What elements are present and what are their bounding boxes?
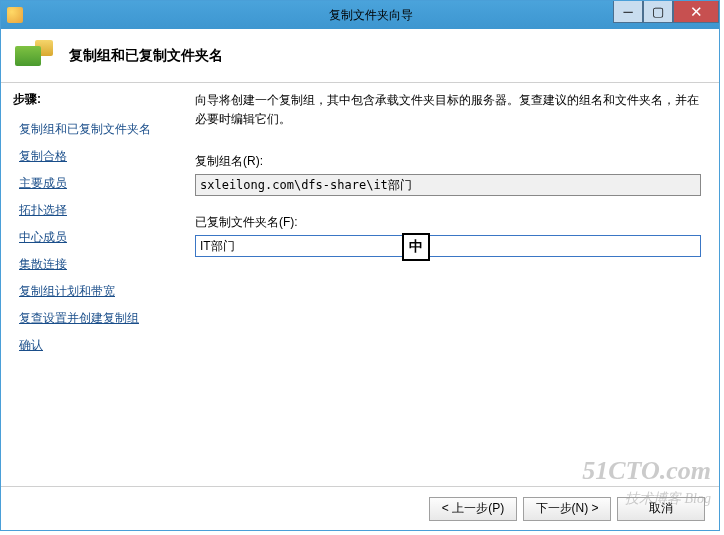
wizard-body: 步骤: 复制组和已复制文件夹名 复制合格 主要成员 拓扑选择 中心成员 集散连接… (1, 83, 719, 486)
steps-sidebar: 步骤: 复制组和已复制文件夹名 复制合格 主要成员 拓扑选择 中心成员 集散连接… (1, 83, 177, 486)
step-topology[interactable]: 拓扑选择 (13, 197, 165, 224)
step-eligibility[interactable]: 复制合格 (13, 143, 165, 170)
folder-name-input[interactable] (195, 235, 701, 257)
steps-label: 步骤: (13, 91, 165, 108)
cancel-button[interactable]: 取消 (617, 497, 705, 521)
ime-candidate-box[interactable]: 中 (402, 233, 430, 261)
wizard-footer: 51CTO.com 技术博客 Blog < 上一步(P) 下一步(N) > 取消 (1, 486, 719, 530)
app-icon (7, 7, 23, 23)
step-group-and-folder-name[interactable]: 复制组和已复制文件夹名 (13, 116, 165, 143)
wizard-window: 复制文件夹向导 ─ ▢ ✕ 复制组和已复制文件夹名 步骤: 复制组和已复制文件夹… (0, 0, 720, 531)
minimize-button[interactable]: ─ (613, 1, 643, 23)
next-button[interactable]: 下一步(N) > (523, 497, 611, 521)
maximize-button[interactable]: ▢ (643, 1, 673, 23)
close-button[interactable]: ✕ (673, 1, 719, 23)
step-schedule-bandwidth[interactable]: 复制组计划和带宽 (13, 278, 165, 305)
step-primary-member[interactable]: 主要成员 (13, 170, 165, 197)
step-confirm[interactable]: 确认 (13, 332, 165, 359)
step-hub-spoke[interactable]: 集散连接 (13, 251, 165, 278)
group-name-label: 复制组名(R): (195, 153, 701, 170)
wizard-header: 复制组和已复制文件夹名 (1, 29, 719, 83)
main-panel: 向导将创建一个复制组，其中包含承载文件夹目标的服务器。复查建议的组名和文件夹名，… (177, 83, 719, 486)
group-name-input[interactable] (195, 174, 701, 196)
step-hub-members[interactable]: 中心成员 (13, 224, 165, 251)
page-title: 复制组和已复制文件夹名 (69, 47, 223, 65)
window-controls: ─ ▢ ✕ (613, 1, 719, 23)
prev-button[interactable]: < 上一步(P) (429, 497, 517, 521)
titlebar[interactable]: 复制文件夹向导 ─ ▢ ✕ (1, 1, 719, 29)
description-text: 向导将创建一个复制组，其中包含承载文件夹目标的服务器。复查建议的组名和文件夹名，… (195, 91, 701, 129)
ime-char: 中 (409, 238, 423, 256)
folder-name-label: 已复制文件夹名(F): (195, 214, 701, 231)
wizard-icon (15, 36, 55, 76)
step-review-create[interactable]: 复查设置并创建复制组 (13, 305, 165, 332)
